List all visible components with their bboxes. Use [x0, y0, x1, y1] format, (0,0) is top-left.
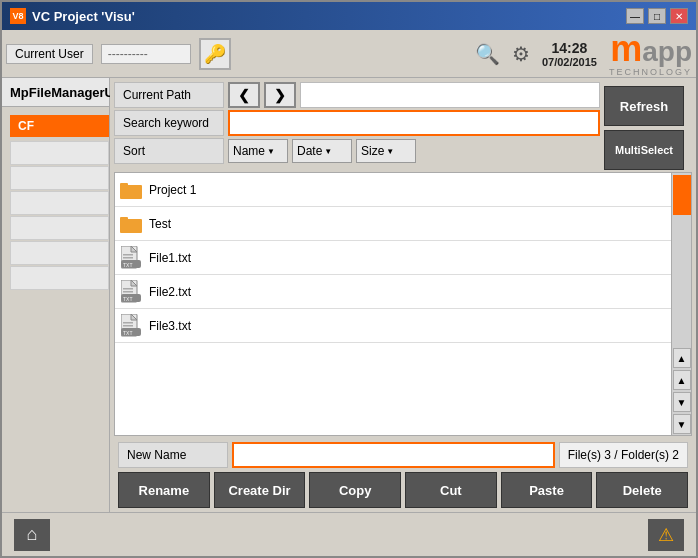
- right-buttons: Refresh MultiSelect: [604, 82, 692, 170]
- title-bar: V8 VC Project 'Visu' — □ ✕: [2, 2, 696, 30]
- cut-button[interactable]: Cut: [405, 472, 497, 508]
- current-path-label: Current Path: [114, 82, 224, 108]
- multiselect-button[interactable]: MultiSelect: [604, 130, 684, 170]
- refresh-button[interactable]: Refresh: [604, 86, 684, 126]
- key-icon: 🔑: [204, 43, 226, 65]
- window-title: VC Project 'Visu': [32, 9, 135, 24]
- svg-rect-3: [120, 217, 128, 221]
- folder-icon: [119, 178, 143, 202]
- sort-name-arrow: ▼: [267, 147, 275, 156]
- paste-button[interactable]: Paste: [501, 472, 593, 508]
- sort-size-arrow: ▼: [386, 147, 394, 156]
- footer: ⌂ ⚠: [2, 512, 696, 556]
- svg-rect-20: [123, 322, 133, 324]
- time: 14:28: [542, 40, 597, 56]
- content-area: Current Path ❮ ❯ Search keyword Sort: [110, 78, 696, 512]
- warning-icon: ⚠: [658, 524, 674, 546]
- search-icon[interactable]: 🔍: [475, 42, 500, 66]
- date: 07/02/2015: [542, 56, 597, 68]
- sort-row: Sort Name ▼ Date ▼ Size ▼: [114, 138, 600, 164]
- file-icon: TXT: [119, 314, 143, 338]
- sort-date-select[interactable]: Date ▼: [292, 139, 352, 163]
- search-input[interactable]: [228, 110, 600, 136]
- file-name: Test: [149, 217, 467, 231]
- menu-bar: Current User ---------- 🔑 🔍 ⚙ 14:28 07/0…: [2, 30, 696, 78]
- title-bar-left: V8 VC Project 'Visu': [10, 8, 135, 24]
- sort-size-select[interactable]: Size ▼: [356, 139, 416, 163]
- nav-back-button[interactable]: ❮: [228, 82, 260, 108]
- new-name-row: New Name File(s) 3 / Folder(s) 2: [118, 442, 688, 468]
- warning-button[interactable]: ⚠: [648, 519, 684, 551]
- sort-name-select[interactable]: Name ▼: [228, 139, 288, 163]
- mapp-brand: mapp: [610, 31, 692, 67]
- create-dir-button[interactable]: Create Dir: [214, 472, 306, 508]
- scrollbar: ▲ ▲ ▼ ▼: [671, 173, 691, 435]
- svg-rect-0: [120, 185, 142, 199]
- new-name-label: New Name: [118, 442, 228, 468]
- file-item-file2[interactable]: TXT File2.txt: [115, 275, 671, 309]
- list-item[interactable]: [10, 216, 109, 240]
- scroll-thumb[interactable]: [673, 175, 691, 215]
- file-item-test[interactable]: Test: [115, 207, 671, 241]
- list-item[interactable]: [10, 241, 109, 265]
- current-path-row: Current Path ❮ ❯: [114, 82, 600, 108]
- file-item-file1[interactable]: TXT File1.txt: [115, 241, 671, 275]
- folder-icon: [119, 212, 143, 236]
- scroll-down-arrow[interactable]: ▼: [673, 392, 691, 412]
- main-area: MpFileManagerUI Status IDLE CF: [2, 78, 696, 512]
- svg-text:TXT: TXT: [123, 296, 132, 302]
- new-name-input[interactable]: [232, 442, 555, 468]
- file-name: Project 1: [149, 183, 467, 197]
- action-buttons: Rename Create Dir Copy Cut Paste Delete: [118, 472, 688, 508]
- file-item-file3[interactable]: TXT File3.txt: [115, 309, 671, 343]
- file-item-project1[interactable]: Project 1: [115, 173, 671, 207]
- sidebar-items: [6, 139, 109, 292]
- file-icon: TXT: [119, 280, 143, 304]
- sort-date-value: Date: [297, 144, 322, 158]
- file-list: Project 1 Test: [115, 173, 671, 435]
- svg-rect-2: [120, 219, 142, 233]
- mapp-subtitle: TECHNOLOGY: [609, 67, 692, 77]
- svg-text:TXT: TXT: [123, 330, 132, 336]
- home-button[interactable]: ⌂: [14, 519, 50, 551]
- scroll-up2-arrow[interactable]: ▲: [673, 370, 691, 390]
- folder-svg: [120, 215, 142, 233]
- key-button[interactable]: 🔑: [199, 38, 231, 70]
- sort-date-arrow: ▼: [324, 147, 332, 156]
- delete-button[interactable]: Delete: [596, 472, 688, 508]
- list-item[interactable]: [10, 191, 109, 215]
- mapp-logo: mapp TECHNOLOGY: [609, 31, 692, 77]
- component-header: MpFileManagerUI Status IDLE: [2, 78, 109, 107]
- svg-rect-14: [123, 291, 133, 293]
- sidebar-tab-cf[interactable]: CF: [10, 115, 109, 137]
- list-item[interactable]: [10, 141, 109, 165]
- svg-rect-6: [123, 254, 133, 256]
- title-controls: — □ ✕: [626, 8, 688, 24]
- file-name: File2.txt: [149, 285, 467, 299]
- copy-button[interactable]: Copy: [309, 472, 401, 508]
- path-display[interactable]: [300, 82, 600, 108]
- search-label: Search keyword: [114, 110, 224, 136]
- gear-icon[interactable]: ⚙: [512, 42, 530, 66]
- file-svg: TXT: [121, 314, 141, 338]
- sidebar: MpFileManagerUI Status IDLE CF: [2, 78, 110, 512]
- nav-forward-button[interactable]: ❯: [264, 82, 296, 108]
- list-item[interactable]: [10, 266, 109, 290]
- svg-text:TXT: TXT: [123, 262, 132, 268]
- menu-left: Current User ---------- 🔑: [6, 38, 231, 70]
- title-icon: V8: [10, 8, 26, 24]
- maximize-button[interactable]: □: [648, 8, 666, 24]
- rename-button[interactable]: Rename: [118, 472, 210, 508]
- close-button[interactable]: ✕: [670, 8, 688, 24]
- file-svg: TXT: [121, 246, 141, 270]
- list-item[interactable]: [10, 166, 109, 190]
- sort-size-value: Size: [361, 144, 384, 158]
- sort-label: Sort: [114, 138, 224, 164]
- scroll-down2-arrow[interactable]: ▼: [673, 414, 691, 434]
- minimize-button[interactable]: —: [626, 8, 644, 24]
- file-count: File(s) 3 / Folder(s) 2: [559, 442, 688, 468]
- component-name: MpFileManagerUI: [10, 85, 118, 100]
- left-controls: Current Path ❮ ❯ Search keyword Sort: [114, 82, 600, 170]
- scroll-up-arrow[interactable]: ▲: [673, 348, 691, 368]
- sidebar-tabs: CF: [2, 107, 109, 292]
